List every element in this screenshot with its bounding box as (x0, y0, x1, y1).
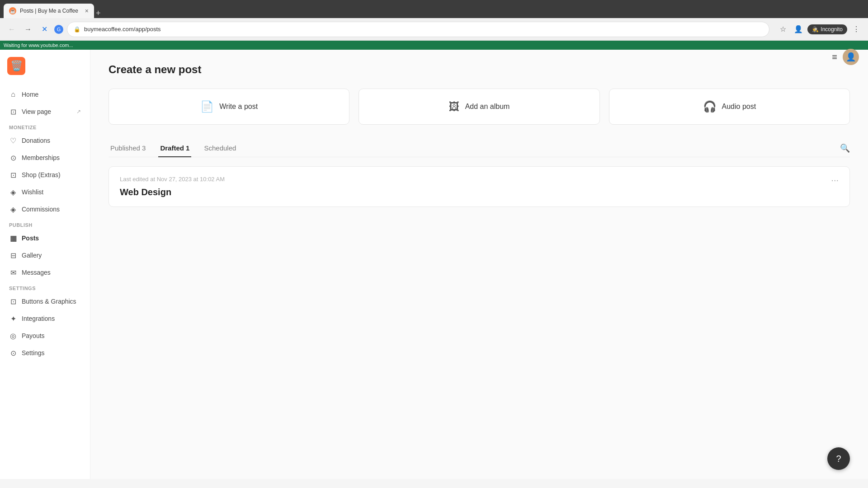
tab-favicon: ☕ (9, 7, 16, 14)
audio-post-label: Audio post (722, 103, 756, 111)
sidebar-item-label: Home (22, 91, 38, 98)
messages-icon: ✉ (9, 268, 17, 277)
status-bar: Waiting for www.youtube.com... (0, 41, 868, 50)
write-post-label: Write a post (219, 103, 258, 111)
sidebar-item-label: Shop (Extras) (22, 171, 61, 178)
posts-tabs: Published 3 Drafted 1 Scheduled 🔍 (108, 139, 850, 157)
sidebar-nav: ⌂ Home ⊡ View page ↗ MONETIZE ♡ Donation… (0, 82, 90, 479)
sidebar-item-gallery[interactable]: ⊟ Gallery (0, 247, 90, 264)
header-right: ≡ 👤 (832, 50, 859, 65)
wishlist-icon: ◈ (9, 188, 17, 196)
add-album-icon: 🖼 (449, 100, 460, 113)
home-icon: ⌂ (9, 90, 17, 99)
tab-scheduled[interactable]: Scheduled (202, 140, 238, 157)
forward-button[interactable]: → (22, 23, 34, 36)
add-album-card[interactable]: 🖼 Add an album (359, 89, 599, 125)
tab-drafted[interactable]: Drafted 1 (158, 140, 191, 157)
app-container: 🗑️ ⌂ Home ⊡ View page ↗ MONETIZE ♡ Donat… (0, 50, 868, 479)
reload-button[interactable]: ✕ (38, 23, 51, 36)
browser-toolbar: ← → ✕ G 🔒 buymeacoffee.com/app/posts ☆ 👤… (0, 18, 868, 41)
incognito-icon: 🕵 (812, 26, 819, 33)
view-page-icon: ⊡ (9, 108, 17, 116)
donations-icon: ♡ (9, 136, 17, 145)
profile-icon[interactable]: 👤 (792, 23, 805, 36)
add-album-label: Add an album (465, 103, 510, 111)
memberships-icon: ⊙ (9, 154, 17, 162)
sidebar-item-commissions[interactable]: ◈ Commissions (0, 201, 90, 218)
sidebar-item-home[interactable]: ⌂ Home (0, 86, 90, 103)
audio-post-card[interactable]: 🎧 Audio post (609, 89, 850, 125)
sidebar-item-label: Settings (22, 349, 45, 357)
sidebar-item-buttons-graphics[interactable]: ⊡ Buttons & Graphics (0, 293, 90, 310)
audio-post-icon: 🎧 (703, 100, 717, 113)
menu-icon[interactable]: ⋮ (850, 23, 863, 36)
tab-title: Posts | Buy Me a Coffee (20, 8, 81, 14)
sidebar-item-label: Buttons & Graphics (22, 298, 76, 305)
address-bar-url: buymeacoffee.com/app/posts (84, 26, 161, 33)
sidebar-item-wishlist[interactable]: ◈ Wishlist (0, 183, 90, 201)
sidebar-item-integrations[interactable]: ✦ Integrations (0, 310, 90, 327)
new-tab-button[interactable]: + (96, 9, 101, 18)
sidebar-item-settings[interactable]: ⊙ Settings (0, 344, 90, 361)
post-card: Last edited at Nov 27, 2023 at 10:02 AM … (108, 166, 850, 207)
sidebar-item-label: Gallery (22, 252, 42, 259)
sidebar-item-donations[interactable]: ♡ Donations (0, 132, 90, 149)
create-options: 📄 Write a post 🖼 Add an album 🎧 Audio po… (108, 89, 850, 125)
sidebar-item-label: Commissions (22, 206, 60, 213)
sidebar-item-label: Payouts (22, 332, 45, 339)
avatar[interactable]: 👤 (843, 50, 859, 65)
external-link-icon: ↗ (76, 108, 81, 115)
lock-icon: 🔒 (74, 26, 80, 33)
address-bar[interactable]: 🔒 buymeacoffee.com/app/posts (67, 22, 769, 37)
status-bar-text: Waiting for www.youtube.com... (4, 42, 73, 48)
browser-chrome: ☕ Posts | Buy Me a Coffee × + ← → ✕ G 🔒 … (0, 0, 868, 41)
sidebar-item-label: Donations (22, 137, 50, 144)
sidebar-item-shop[interactable]: ⊡ Shop (Extras) (0, 166, 90, 183)
integrations-icon: ✦ (9, 314, 17, 323)
buttons-graphics-icon: ⊡ (9, 297, 17, 305)
sidebar-item-label: View page (22, 108, 51, 115)
tab-bar: ☕ Posts | Buy Me a Coffee × + (0, 0, 868, 18)
search-posts-icon[interactable]: 🔍 (840, 143, 850, 153)
settings-icon: ⊙ (9, 349, 17, 357)
main-content: ≡ 👤 Create a new post 📄 Write a post 🖼 A… (90, 50, 868, 479)
page-title: Create a new post (108, 63, 850, 76)
payouts-icon: ◎ (9, 332, 17, 340)
posts-icon: ▦ (9, 234, 17, 242)
shop-icon: ⊡ (9, 171, 17, 179)
incognito-button[interactable]: 🕵 Incognito (807, 24, 847, 34)
sidebar-item-label: Integrations (22, 315, 55, 322)
sidebar-item-label: Messages (22, 269, 51, 276)
post-meta: Last edited at Nov 27, 2023 at 10:02 AM (120, 176, 225, 183)
section-monetize: MONETIZE (0, 120, 90, 132)
tab-close-button[interactable]: × (85, 7, 89, 14)
tab-published[interactable]: Published 3 (108, 140, 147, 157)
back-button[interactable]: ← (5, 23, 18, 36)
sidebar-item-label: Posts (22, 235, 39, 242)
write-post-card[interactable]: 📄 Write a post (108, 89, 349, 125)
sidebar-item-label: Memberships (22, 154, 60, 161)
post-actions-menu[interactable]: ··· (831, 175, 839, 185)
sidebar-item-messages[interactable]: ✉ Messages (0, 264, 90, 281)
gallery-icon: ⊟ (9, 251, 17, 259)
sidebar-logo: 🗑️ (0, 50, 90, 82)
sidebar-item-view-page[interactable]: ⊡ View page ↗ (0, 103, 90, 120)
browser-toolbar-right: ☆ 👤 🕵 Incognito ⋮ (777, 23, 863, 36)
sidebar: 🗑️ ⌂ Home ⊡ View page ↗ MONETIZE ♡ Donat… (0, 50, 90, 479)
sidebar-item-label: Wishlist (22, 188, 43, 196)
incognito-label: Incognito (821, 26, 843, 33)
commissions-icon: ◈ (9, 205, 17, 213)
bookmark-icon[interactable]: ☆ (777, 23, 789, 36)
logo-icon: 🗑️ (7, 57, 25, 75)
write-post-icon: 📄 (200, 100, 214, 113)
google-icon: G (54, 25, 63, 34)
hamburger-menu-icon[interactable]: ≡ (832, 52, 837, 62)
sidebar-item-payouts[interactable]: ◎ Payouts (0, 327, 90, 344)
sidebar-item-memberships[interactable]: ⊙ Memberships (0, 149, 90, 166)
sidebar-item-posts[interactable]: ▦ Posts (0, 230, 90, 247)
section-settings: SETTINGS (0, 281, 90, 293)
post-title: Web Design (120, 187, 225, 197)
section-publish: PUBLISH (0, 218, 90, 230)
help-button[interactable]: ? (827, 447, 850, 470)
active-tab[interactable]: ☕ Posts | Buy Me a Coffee × (4, 4, 94, 18)
